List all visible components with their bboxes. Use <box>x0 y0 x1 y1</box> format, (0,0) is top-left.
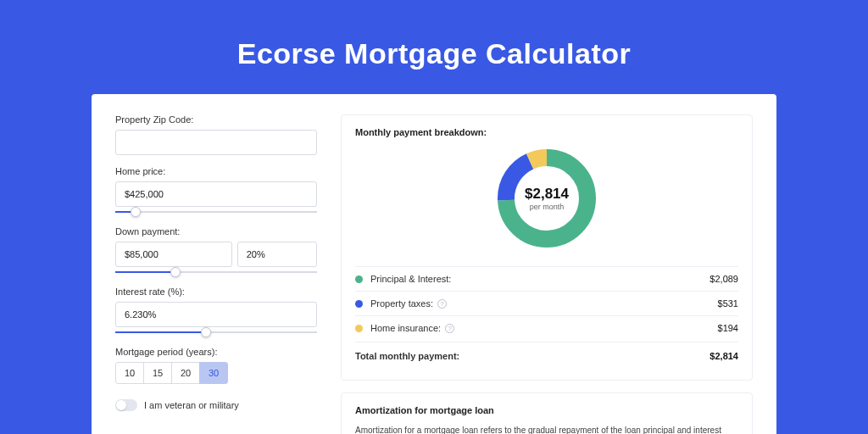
dot-principal <box>355 275 363 283</box>
period-20[interactable]: 20 <box>171 362 200 384</box>
zip-label: Property Zip Code: <box>115 114 317 125</box>
period-field: Mortgage period (years): 10 15 20 30 <box>115 347 317 384</box>
donut-chart: $2,814 per month <box>355 146 738 251</box>
label-taxes: Property taxes: <box>370 298 433 309</box>
period-30[interactable]: 30 <box>199 362 228 384</box>
row-taxes: Property taxes: ? $531 <box>355 291 738 315</box>
donut-total: $2,814 <box>525 186 569 203</box>
dot-insurance <box>355 325 363 332</box>
zip-field: Property Zip Code: <box>115 114 317 155</box>
label-total: Total monthly payment: <box>355 351 459 361</box>
period-label: Mortgage period (years): <box>115 347 317 357</box>
down-field: Down payment: <box>115 226 317 275</box>
down-pct-input[interactable] <box>237 242 317 267</box>
rate-slider[interactable] <box>115 329 317 336</box>
period-button-group: 10 15 20 30 <box>115 362 317 384</box>
down-amount-input[interactable] <box>115 242 232 267</box>
amortization-panel: Amortization for mortgage loan Amortizat… <box>341 392 753 434</box>
info-icon[interactable]: ? <box>445 324 454 333</box>
veteran-label: I am veteran or military <box>144 400 239 410</box>
veteran-row: I am veteran or military <box>115 399 317 411</box>
value-principal: $2,089 <box>709 274 738 284</box>
info-icon[interactable]: ? <box>437 299 447 309</box>
row-insurance: Home insurance: ? $194 <box>355 315 738 340</box>
veteran-toggle[interactable] <box>115 399 137 411</box>
period-10[interactable]: 10 <box>115 362 144 384</box>
breakdown-title: Monthly payment breakdown: <box>355 127 738 137</box>
rate-field: Interest rate (%): <box>115 287 317 336</box>
price-label: Home price: <box>115 166 317 176</box>
label-insurance: Home insurance: <box>370 323 441 333</box>
rate-input[interactable] <box>115 302 317 327</box>
amort-text: Amortization for a mortgage loan refers … <box>355 424 738 434</box>
value-taxes: $531 <box>718 298 738 309</box>
page-title: Ecorse Mortgage Calculator <box>92 37 776 70</box>
value-insurance: $194 <box>718 323 738 333</box>
row-principal: Principal & Interest: $2,089 <box>355 266 738 291</box>
amort-title: Amortization for mortgage loan <box>355 405 738 415</box>
breakdown-panel: Monthly payment breakdown: $2,814 per mo… <box>341 114 753 381</box>
calculator-card: Property Zip Code: Home price: Down paym… <box>92 94 776 434</box>
value-total: $2,814 <box>709 351 738 361</box>
price-field: Home price: <box>115 166 317 215</box>
row-total: Total monthly payment: $2,814 <box>355 342 738 368</box>
down-label: Down payment: <box>115 226 317 236</box>
label-principal: Principal & Interest: <box>370 274 451 284</box>
inputs-column: Property Zip Code: Home price: Down paym… <box>115 114 317 434</box>
down-slider[interactable] <box>115 269 317 275</box>
price-slider[interactable] <box>115 209 317 215</box>
zip-input[interactable] <box>115 130 317 155</box>
price-input[interactable] <box>115 181 317 207</box>
results-column: Monthly payment breakdown: $2,814 per mo… <box>341 114 753 434</box>
rate-label: Interest rate (%): <box>115 287 317 297</box>
dot-taxes <box>355 300 363 308</box>
period-15[interactable]: 15 <box>143 362 172 384</box>
donut-sub: per month <box>530 203 565 211</box>
